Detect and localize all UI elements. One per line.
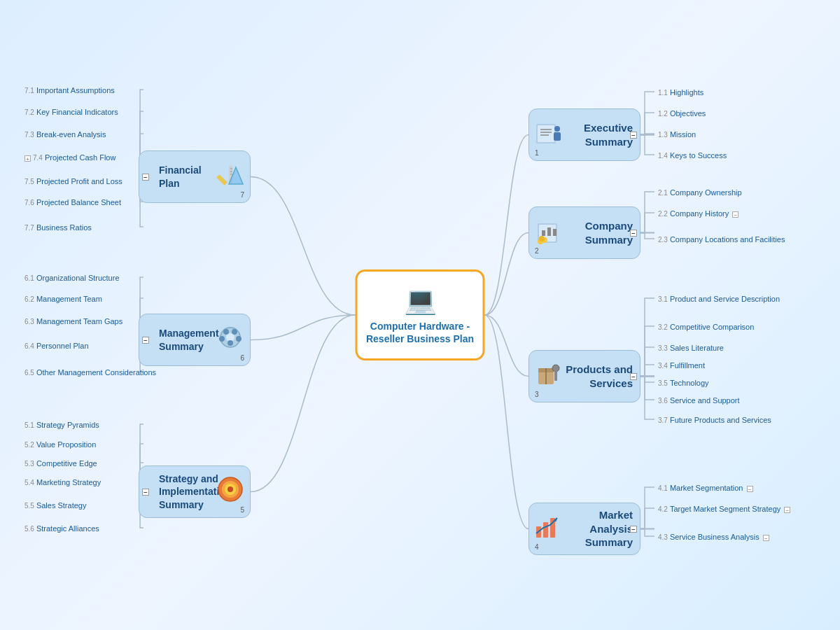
sub-item-6-1[interactable]: 6.1Organizational Structure: [24, 273, 120, 283]
branch-node-strategy-implementation: −Strategy and Implementation Summary5: [139, 465, 251, 518]
sub-num: 7.2: [24, 108, 34, 116]
sub-item-6-3[interactable]: 6.3Management Team Gaps: [24, 316, 122, 326]
sub-item-3-4[interactable]: 3.4Fulfillment: [658, 360, 705, 370]
sub-num: 7.4: [33, 154, 43, 162]
sub-item-6-2[interactable]: 6.2Management Team: [24, 294, 102, 304]
sub-expand-4-3[interactable]: −: [763, 535, 769, 541]
sub-item-7-6[interactable]: 7.6Projected Balance Sheet: [24, 197, 121, 207]
sub-item-4-1[interactable]: 4.1Market Segmentation −: [658, 483, 753, 493]
sub-num: 2.1: [658, 189, 668, 197]
sub-item-2-3[interactable]: 2.3Company Locations and Facilities: [658, 234, 785, 244]
sub-num: 7.6: [24, 199, 34, 206]
branch-node-products-services: −Products and Services3: [528, 350, 640, 402]
products-services-expand[interactable]: −: [630, 373, 637, 380]
financial-plan-expand[interactable]: −: [142, 174, 149, 181]
sub-num: 5.1: [24, 421, 34, 429]
sub-item-7-2[interactable]: 7.2Key Financial Indicators: [24, 107, 118, 117]
sub-item-1-1[interactable]: 1.1Highlights: [658, 88, 704, 97]
sub-num: 5.4: [24, 479, 34, 486]
svg-point-22: [554, 126, 560, 132]
sub-item-1-2[interactable]: 1.2Objectives: [658, 108, 706, 118]
exec-summary-icon: [535, 118, 563, 152]
sub-expand-2-2[interactable]: −: [732, 211, 738, 218]
center-title: Computer Hardware - Reseller Business Pl…: [363, 320, 477, 345]
branch-node-market-analysis: −Market Analysis Summary4: [528, 503, 640, 555]
sub-item-3-7[interactable]: 3.7Future Products and Services: [658, 415, 771, 425]
svg-rect-18: [538, 125, 554, 142]
computer-icon: 💻: [404, 285, 437, 316]
sub-item-4-2[interactable]: 4.2Target Market Segment Strategy −: [658, 504, 790, 514]
management-summary-expand[interactable]: −: [142, 337, 149, 344]
sub-item-5-5[interactable]: 5.5Sales Strategy: [24, 500, 86, 510]
sub-item-6-4[interactable]: 6.4Personnel Plan: [24, 341, 89, 351]
sub-num: 3.1: [658, 295, 668, 303]
sub-item-3-3[interactable]: 3.3Sales Literature: [658, 343, 724, 353]
sub-num: 3.5: [658, 379, 668, 387]
sub-item-7-1[interactable]: 7.1Important Assumptions: [24, 85, 115, 95]
sub-item-3-5[interactable]: 3.5Technology: [658, 378, 709, 388]
sub-item-1-4[interactable]: 1.4Keys to Success: [658, 150, 727, 160]
sub-item-7-7[interactable]: 7.7Business Ratios: [24, 223, 92, 232]
branch-node-management-summary: −Management Summary6: [139, 314, 251, 366]
svg-rect-38: [543, 522, 548, 538]
svg-point-52: [219, 336, 225, 342]
sub-num: 6.4: [24, 342, 34, 350]
svg-rect-27: [547, 227, 551, 236]
market-analysis-icon: [535, 512, 563, 546]
svg-point-49: [223, 329, 229, 335]
sub-num: 3.2: [658, 323, 668, 331]
sub-item-7-3[interactable]: 7.3Break-even Analysis: [24, 130, 106, 139]
strategy-implementation-icon: [216, 475, 244, 509]
sub-num: 3.3: [658, 344, 668, 352]
sub-num: 6.2: [24, 295, 34, 303]
sub-num: 1.4: [658, 152, 668, 160]
sub-item-4-3[interactable]: 4.3Service Business Analysis −: [658, 532, 769, 542]
center-node: 💻 Computer Hardware - Reseller Business …: [356, 270, 485, 360]
svg-point-31: [539, 236, 545, 241]
financial-plan-num: 7: [240, 191, 244, 199]
sub-num: 6.1: [24, 274, 34, 282]
sub-num: 7.7: [24, 224, 34, 232]
market-analysis-expand[interactable]: −: [630, 526, 637, 533]
sub-item-5-2[interactable]: 5.2Value Proposition: [24, 440, 96, 449]
sub-item-3-2[interactable]: 3.2Competitive Comparison: [658, 322, 754, 332]
svg-point-53: [236, 336, 241, 342]
sub-item-5-6[interactable]: 5.6Strategic Alliances: [24, 524, 99, 533]
sub-item-1-3[interactable]: 1.3Mission: [658, 130, 696, 139]
svg-point-35: [552, 365, 559, 372]
branch-node-exec-summary: −Executive Summary1: [528, 108, 640, 161]
svg-rect-26: [542, 230, 545, 236]
sub-num: 5.6: [24, 525, 34, 533]
sub-num: 6.3: [24, 318, 34, 326]
sub-num: 1.3: [658, 131, 668, 139]
sub-expand-4-2[interactable]: −: [784, 507, 790, 513]
sub-expand-4-1[interactable]: −: [747, 486, 753, 492]
sub-item-3-1[interactable]: 3.1Product and Service Description: [658, 294, 780, 304]
sub-item-7-4[interactable]: +7.4Projected Cash Flow: [24, 153, 115, 162]
svg-rect-41: [216, 174, 227, 186]
svg-point-50: [232, 329, 237, 335]
exec-summary-expand[interactable]: −: [630, 132, 637, 139]
management-summary-num: 6: [240, 354, 244, 362]
sub-expand-7-4[interactable]: +: [24, 155, 31, 162]
sub-item-5-1[interactable]: 5.1Strategy Pyramids: [24, 420, 99, 430]
sub-num: 4.1: [658, 484, 668, 492]
svg-rect-36: [554, 371, 557, 381]
sub-item-7-5[interactable]: 7.5Projected Profit and Loss: [24, 176, 122, 186]
company-summary-expand[interactable]: −: [630, 230, 637, 237]
sub-item-2-1[interactable]: 2.1Company Ownership: [658, 188, 742, 197]
branch-node-financial-plan: −Financial Plan7: [139, 150, 251, 203]
sub-item-3-6[interactable]: 3.6Service and Support: [658, 396, 740, 405]
strategy-implementation-expand[interactable]: −: [142, 489, 149, 496]
sub-item-5-3[interactable]: 5.3Competitive Edge: [24, 458, 97, 468]
company-summary-icon: [535, 216, 563, 250]
svg-rect-23: [554, 132, 561, 141]
sub-item-2-2[interactable]: 2.2Company History −: [658, 209, 738, 218]
sub-num: 4.3: [658, 533, 668, 541]
company-summary-num: 2: [535, 247, 539, 255]
products-services-num: 3: [535, 391, 539, 398]
sub-num: 5.2: [24, 441, 34, 449]
sub-item-5-4[interactable]: 5.4Marketing Strategy: [24, 477, 101, 487]
sub-num: 3.7: [658, 416, 668, 424]
sub-item-6-5[interactable]: 6.5Other Management Considerations: [24, 368, 150, 377]
